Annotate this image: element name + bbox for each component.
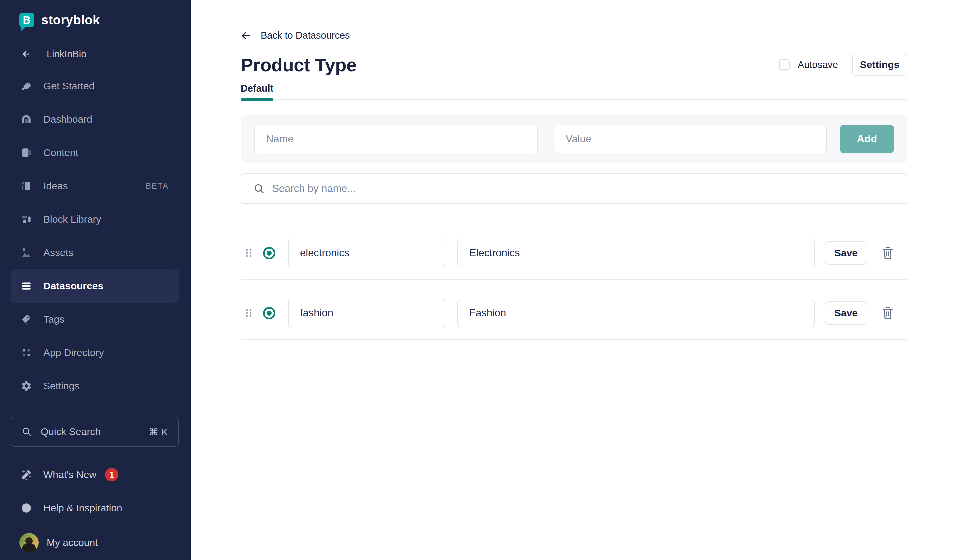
whats-new-button[interactable]: What's New 1 bbox=[0, 458, 190, 491]
tab-default[interactable]: Default bbox=[241, 83, 274, 99]
sidebar-item-label: Settings bbox=[43, 380, 79, 392]
drag-handle-icon[interactable] bbox=[246, 249, 252, 258]
dimension-radio[interactable] bbox=[263, 307, 275, 319]
sidebar-item-tags[interactable]: Tags bbox=[0, 302, 190, 336]
storyblok-logo-icon: B bbox=[19, 13, 34, 27]
sidebar-item-label: Dashboard bbox=[43, 114, 92, 125]
trash-icon[interactable] bbox=[882, 306, 894, 320]
sidebar-item-ideas[interactable]: Ideas BETA bbox=[0, 169, 190, 203]
radio-dot bbox=[267, 311, 272, 316]
new-name-input[interactable] bbox=[254, 125, 538, 153]
sidebar-item-label: Assets bbox=[43, 247, 73, 258]
page-title: Product Type bbox=[241, 54, 357, 76]
gear-icon bbox=[21, 380, 32, 392]
help-label: Help & Inspiration bbox=[43, 502, 122, 514]
avatar bbox=[19, 533, 39, 552]
notification-badge: 1 bbox=[105, 468, 118, 482]
quick-search-button[interactable]: Quick Search ⌘ K bbox=[11, 417, 179, 446]
pencil-note-icon bbox=[21, 180, 32, 192]
hand-wave-icon bbox=[21, 80, 32, 92]
radio-dot bbox=[267, 251, 272, 256]
sidebar-item-block-library[interactable]: Block Library bbox=[0, 203, 190, 236]
dots-grid-icon bbox=[21, 347, 32, 358]
my-account-label: My account bbox=[46, 537, 98, 548]
sidebar-item-label: Tags bbox=[43, 314, 64, 325]
tab-label: Default bbox=[241, 83, 274, 94]
sidebar: B storyblok LinkInBio Get Started Dashbo… bbox=[0, 0, 190, 560]
trash-icon[interactable] bbox=[882, 246, 894, 260]
help-button[interactable]: Help & Inspiration bbox=[0, 491, 190, 525]
title-actions: Autosave Settings bbox=[779, 54, 907, 76]
arrow-left-icon bbox=[241, 30, 251, 41]
search-icon bbox=[253, 183, 265, 194]
save-button[interactable]: Save bbox=[825, 242, 867, 265]
brand-name: storyblok bbox=[41, 13, 100, 27]
search-icon bbox=[21, 426, 32, 437]
drag-handle-icon[interactable] bbox=[246, 309, 252, 317]
sidebar-item-label: App Directory bbox=[43, 347, 104, 358]
sidebar-item-datasources[interactable]: Datasources bbox=[11, 269, 179, 302]
divider bbox=[39, 45, 39, 63]
sidebar-item-settings[interactable]: Settings bbox=[0, 370, 190, 403]
image-icon bbox=[21, 247, 32, 258]
autosave-checkbox[interactable] bbox=[779, 59, 790, 70]
tab-bar: Default bbox=[241, 83, 907, 100]
settings-button[interactable]: Settings bbox=[852, 54, 907, 76]
entry-name-input[interactable] bbox=[288, 238, 445, 267]
arch-home-icon bbox=[21, 114, 32, 125]
sidebar-item-label: Get Started bbox=[43, 80, 94, 92]
whats-new-label: What's New bbox=[43, 469, 96, 480]
add-button[interactable]: Add bbox=[840, 125, 894, 153]
sidebar-item-content[interactable]: Content bbox=[0, 136, 190, 169]
datasource-entry-row: Save bbox=[241, 204, 907, 280]
save-button[interactable]: Save bbox=[825, 301, 867, 325]
sidebar-item-label: Datasources bbox=[43, 280, 103, 292]
sidebar-item-dashboard[interactable]: Dashboard bbox=[0, 103, 190, 136]
brand-logo[interactable]: B storyblok bbox=[0, 0, 190, 27]
sidebar-item-get-started[interactable]: Get Started bbox=[0, 69, 190, 103]
blocks-icon bbox=[21, 214, 32, 225]
lifebuoy-icon bbox=[21, 502, 32, 514]
my-account-button[interactable]: My account bbox=[0, 525, 190, 560]
magic-wand-icon bbox=[21, 469, 32, 480]
sidebar-footer: Quick Search ⌘ K What's New 1 Help & Ins… bbox=[0, 417, 190, 560]
add-entry-form: Add bbox=[241, 115, 907, 163]
sidebar-item-label: Content bbox=[43, 147, 78, 158]
sidebar-item-label: Ideas bbox=[43, 180, 68, 192]
back-label: Back to Datasources bbox=[261, 30, 350, 41]
quick-search-label: Quick Search bbox=[41, 426, 101, 437]
entry-name-input[interactable] bbox=[288, 299, 445, 327]
search-box bbox=[241, 173, 907, 204]
book-icon bbox=[21, 147, 32, 158]
sidebar-item-app-directory[interactable]: App Directory bbox=[0, 336, 190, 370]
logo-letter: B bbox=[23, 14, 30, 26]
quick-search-shortcut: ⌘ K bbox=[149, 426, 168, 438]
search-input[interactable] bbox=[272, 183, 894, 195]
main-content: Back to Datasources Product Type Autosav… bbox=[190, 0, 960, 560]
list-bars-icon bbox=[21, 280, 32, 292]
sidebar-item-label: Block Library bbox=[43, 214, 101, 225]
space-switcher: LinkInBio bbox=[21, 45, 190, 63]
autosave-label: Autosave bbox=[798, 59, 838, 70]
datasource-entry-row: Save bbox=[241, 280, 907, 340]
sidebar-nav: Get Started Dashboard Content Ideas BETA… bbox=[0, 69, 190, 403]
app-window: B storyblok LinkInBio Get Started Dashbo… bbox=[0, 0, 960, 560]
arrow-left-icon[interactable] bbox=[21, 49, 31, 59]
entry-value-input[interactable] bbox=[457, 299, 814, 327]
beta-badge: BETA bbox=[146, 181, 169, 190]
back-to-datasources-link[interactable]: Back to Datasources bbox=[241, 30, 350, 41]
tag-icon bbox=[21, 314, 32, 325]
dimension-radio[interactable] bbox=[263, 247, 275, 259]
title-row: Product Type Autosave Settings bbox=[241, 54, 907, 76]
new-value-input[interactable] bbox=[554, 125, 827, 153]
space-name[interactable]: LinkInBio bbox=[46, 49, 86, 60]
entry-value-input[interactable] bbox=[457, 238, 814, 267]
sidebar-item-assets[interactable]: Assets bbox=[0, 236, 190, 269]
